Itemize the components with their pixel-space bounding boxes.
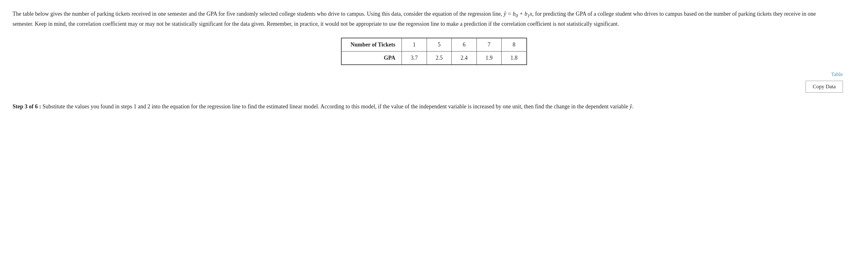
ticket-val-2: 5 [427,38,452,52]
ticket-val-5: 8 [502,38,527,52]
step3-label: Step 3 of 6 : [12,103,41,110]
tickets-header: Number of Tickets [341,38,402,52]
gpa-val-3: 2.4 [452,52,477,65]
intro-paragraph: The table below gives the number of park… [12,9,828,28]
ticket-val-4: 7 [476,38,502,52]
gpa-val-1: 3.7 [402,52,427,65]
step3-text: Substitute the values you found in steps… [43,103,634,110]
tickets-gpa-table: Number of Tickets 1 5 6 7 8 GPA 3.7 2.5 … [341,38,527,65]
step3-paragraph: Step 3 of 6 : Substitute the values you … [12,102,828,111]
gpa-header: GPA [341,52,402,65]
table-row-tickets: Number of Tickets 1 5 6 7 8 [341,38,527,52]
gpa-val-5: 1.8 [502,52,527,65]
ticket-val-3: 6 [452,38,477,52]
table-link[interactable]: Table [831,71,843,78]
copy-data-button[interactable]: Copy Data [806,81,843,93]
data-table-container: Number of Tickets 1 5 6 7 8 GPA 3.7 2.5 … [12,38,856,65]
side-actions-panel: Table Copy Data [12,71,856,93]
gpa-val-2: 2.5 [427,52,452,65]
table-row-gpa: GPA 3.7 2.5 2.4 1.9 1.8 [341,52,527,65]
equation-inline: ŷ = b0 + b1x [503,11,532,17]
ticket-val-1: 1 [402,38,427,52]
gpa-val-4: 1.9 [476,52,502,65]
